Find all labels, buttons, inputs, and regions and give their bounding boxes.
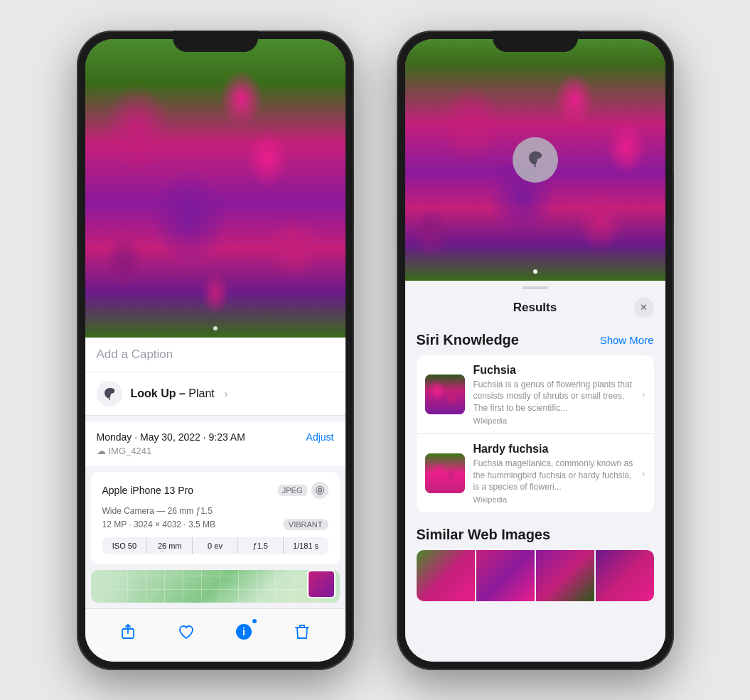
cloud-icon: ☁ bbox=[97, 446, 106, 456]
fuchsia-name: Fuchsia bbox=[473, 364, 633, 377]
right-mute-button[interactable] bbox=[397, 137, 397, 158]
hardy-thumbnail bbox=[425, 453, 465, 493]
fuchsia-thumbnail bbox=[425, 375, 465, 414]
photo-indicator-right bbox=[533, 269, 537, 274]
notch bbox=[173, 31, 258, 52]
hardy-name: Hardy fuchsia bbox=[473, 443, 633, 456]
camera-spec: Wide Camera — 26 mm ƒ1.5 bbox=[102, 506, 328, 516]
notch-right bbox=[493, 31, 578, 52]
results-sheet: Results ✕ Siri Knowledge Show More bbox=[405, 281, 665, 662]
settings-icon[interactable] bbox=[311, 482, 328, 499]
right-photo-area bbox=[405, 39, 665, 281]
share-button[interactable] bbox=[115, 619, 141, 645]
knowledge-item-hardy[interactable]: Hardy fuchsia Fuchsia magellanica, commo… bbox=[417, 434, 654, 512]
exif-iso: ISO 50 bbox=[102, 537, 148, 554]
photo-indicator bbox=[213, 326, 218, 330]
adjust-button[interactable]: Adjust bbox=[306, 431, 334, 443]
similar-grid bbox=[417, 550, 654, 601]
fuchsia-desc: Fuchsia is a genus of flowering plants t… bbox=[473, 379, 633, 414]
results-header: Results ✕ bbox=[405, 289, 665, 323]
vibrant-badge: VIBRANT bbox=[283, 519, 328, 530]
similar-section: Similar Web Images bbox=[405, 518, 665, 607]
similar-item-2[interactable] bbox=[476, 550, 535, 601]
map-area[interactable] bbox=[91, 570, 340, 603]
format-badge: JPEG bbox=[278, 485, 307, 496]
section-title: Siri Knowledge bbox=[417, 332, 519, 348]
device-name: Apple iPhone 13 Pro bbox=[102, 485, 193, 496]
volume-up-button[interactable] bbox=[77, 169, 77, 205]
lookup-label: Look Up – Plant bbox=[131, 387, 215, 400]
photo-date: Monday · May 30, 2022 · 9:23 AM bbox=[97, 431, 245, 443]
fuchsia-source: Wikipedia bbox=[473, 416, 633, 425]
lookup-chevron-icon: › bbox=[225, 388, 228, 399]
resolution: 12 MP · 3024 × 4032 · 3.5 MB bbox=[102, 519, 216, 529]
hardy-desc: Fuchsia magellanica, commonly known as t… bbox=[473, 458, 633, 493]
delete-button[interactable] bbox=[289, 619, 315, 645]
knowledge-item-fuchsia[interactable]: Fuchsia Fuchsia is a genus of flowering … bbox=[417, 355, 654, 434]
exif-row: ISO 50 26 mm 0 ev ƒ1.5 1/181 s bbox=[102, 537, 328, 554]
home-indicator-right bbox=[500, 663, 571, 666]
similar-title: Similar Web Images bbox=[417, 527, 654, 543]
device-section: Apple iPhone 13 Pro JPEG Wide Camera — 2… bbox=[91, 472, 340, 564]
caption-area[interactable]: Add a Caption bbox=[85, 338, 345, 372]
fuchsia-info: Fuchsia Fuchsia is a genus of flowering … bbox=[473, 364, 633, 425]
right-screen: Results ✕ Siri Knowledge Show More bbox=[405, 39, 665, 662]
bottom-toolbar: i bbox=[85, 608, 345, 662]
volume-down-button[interactable] bbox=[77, 212, 77, 247]
flower-photo bbox=[85, 39, 345, 338]
home-indicator bbox=[180, 663, 251, 666]
right-volume-up-button[interactable] bbox=[397, 169, 397, 205]
section-header: Siri Knowledge Show More bbox=[417, 332, 654, 348]
right-phone: Results ✕ Siri Knowledge Show More bbox=[397, 31, 674, 670]
hardy-chevron-icon: › bbox=[642, 468, 645, 479]
knowledge-card: Fuchsia Fuchsia is a genus of flowering … bbox=[417, 355, 654, 513]
filename-row: ☁ IMG_4241 bbox=[97, 446, 334, 456]
lookup-icon bbox=[97, 381, 122, 406]
show-more-button[interactable]: Show More bbox=[600, 334, 654, 346]
siri-visual-button[interactable] bbox=[513, 137, 558, 183]
caption-placeholder[interactable]: Add a Caption bbox=[97, 348, 173, 361]
favorite-button[interactable] bbox=[173, 619, 199, 645]
svg-text:i: i bbox=[242, 626, 245, 637]
fuchsia-chevron-icon: › bbox=[642, 389, 645, 400]
exif-aperture: ƒ1.5 bbox=[238, 537, 284, 554]
results-title: Results bbox=[436, 301, 634, 315]
hardy-source: Wikipedia bbox=[473, 495, 633, 504]
left-phone: Add a Caption Look Up – Plant › Monday ·… bbox=[77, 31, 354, 670]
lookup-row[interactable]: Look Up – Plant › bbox=[85, 372, 345, 416]
device-badges: JPEG bbox=[278, 482, 328, 499]
meta-section: Monday · May 30, 2022 · 9:23 AM Adjust ☁… bbox=[85, 421, 345, 466]
leaf-icon bbox=[102, 387, 117, 401]
close-button[interactable]: ✕ bbox=[634, 298, 654, 318]
photo-area[interactable] bbox=[85, 39, 345, 338]
exif-focal: 26 mm bbox=[147, 537, 193, 554]
similar-item-1[interactable] bbox=[417, 550, 475, 601]
similar-item-4[interactable] bbox=[596, 550, 654, 601]
power-button[interactable] bbox=[353, 173, 354, 222]
knowledge-section: Siri Knowledge Show More Fuchsia Fuchsia… bbox=[405, 323, 665, 519]
right-volume-down-button[interactable] bbox=[397, 212, 397, 247]
mute-button[interactable] bbox=[77, 137, 77, 158]
info-button[interactable]: i bbox=[231, 619, 257, 645]
svg-point-1 bbox=[316, 486, 323, 494]
similar-item-3[interactable] bbox=[536, 550, 594, 601]
map-overlay bbox=[91, 570, 340, 603]
map-photo-thumb bbox=[307, 570, 336, 598]
hardy-info: Hardy fuchsia Fuchsia magellanica, commo… bbox=[473, 443, 633, 504]
left-screen: Add a Caption Look Up – Plant › Monday ·… bbox=[85, 39, 345, 662]
leaf-siri-icon bbox=[525, 149, 546, 171]
right-power-button[interactable] bbox=[673, 173, 674, 222]
filename: IMG_4241 bbox=[109, 446, 152, 456]
exif-shutter: 1/181 s bbox=[284, 537, 328, 554]
exif-ev: 0 ev bbox=[193, 537, 238, 554]
svg-point-0 bbox=[318, 488, 321, 492]
